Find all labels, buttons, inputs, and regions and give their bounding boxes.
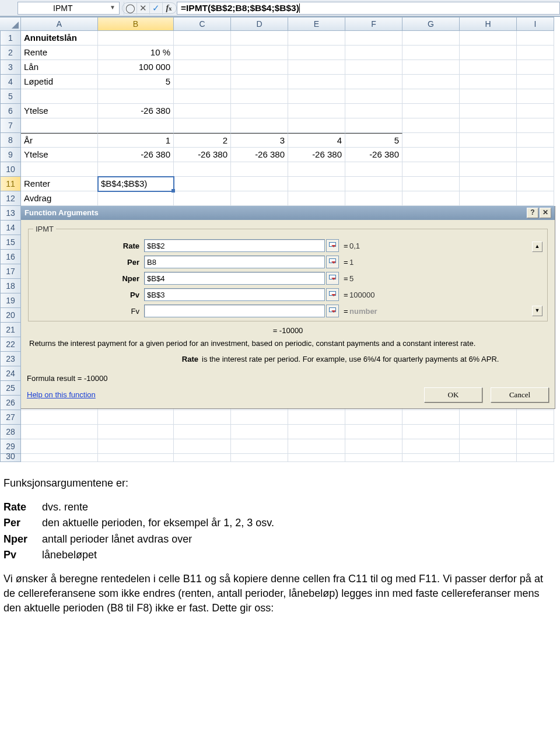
cell[interactable]: [345, 162, 402, 177]
col-header-c[interactable]: C: [174, 17, 231, 31]
row-header[interactable]: 8: [0, 133, 21, 148]
cell-a6[interactable]: Ytelse: [21, 104, 98, 118]
row-header[interactable]: 10: [0, 162, 21, 177]
cell[interactable]: [460, 104, 517, 118]
row-header[interactable]: 23: [0, 352, 21, 366]
cell[interactable]: [98, 31, 174, 46]
cell-b4[interactable]: 5: [98, 75, 174, 89]
cell[interactable]: [517, 148, 554, 162]
cell[interactable]: [231, 60, 288, 75]
row-header[interactable]: 17: [0, 264, 21, 279]
cell[interactable]: [231, 46, 288, 60]
scroll-down-icon[interactable]: ▼: [532, 306, 542, 316]
col-header-f[interactable]: F: [345, 17, 402, 31]
cell[interactable]: [98, 89, 174, 104]
row-header[interactable]: 1: [0, 31, 21, 46]
col-header-d[interactable]: D: [231, 17, 288, 31]
cell[interactable]: [231, 162, 288, 177]
cell[interactable]: [174, 118, 231, 133]
cell-a11[interactable]: Renter: [21, 177, 98, 191]
cell[interactable]: [517, 162, 554, 177]
cell[interactable]: [231, 75, 288, 89]
cell[interactable]: [517, 133, 554, 148]
circle-icon[interactable]: ◯: [124, 2, 136, 15]
cell[interactable]: [288, 60, 345, 75]
cell-b8[interactable]: 1: [98, 133, 174, 148]
cell[interactable]: [460, 60, 517, 75]
cell[interactable]: [21, 162, 98, 177]
collapse-icon[interactable]: [326, 272, 339, 285]
cell[interactable]: [98, 191, 174, 206]
cell[interactable]: [460, 133, 517, 148]
cell[interactable]: [517, 104, 554, 118]
row-header[interactable]: 30: [0, 454, 21, 462]
cell[interactable]: [345, 104, 402, 118]
scroll-up-icon[interactable]: ▲: [532, 242, 542, 252]
cell[interactable]: [98, 162, 174, 177]
cell-c8[interactable]: 2: [174, 133, 231, 148]
arg-input-pv[interactable]: $B$3: [144, 288, 325, 301]
row-header[interactable]: 13: [0, 206, 21, 221]
help-button[interactable]: ?: [527, 208, 538, 218]
cell-e9[interactable]: -26 380: [288, 148, 345, 162]
row-header[interactable]: 5: [0, 89, 21, 104]
row-header[interactable]: 15: [0, 235, 21, 250]
cell[interactable]: [402, 60, 460, 75]
cell[interactable]: [402, 148, 460, 162]
cell[interactable]: [345, 60, 402, 75]
cell[interactable]: [231, 177, 288, 191]
cell[interactable]: [174, 60, 231, 75]
cell[interactable]: [288, 104, 345, 118]
cell[interactable]: [402, 133, 460, 148]
col-header-g[interactable]: G: [402, 17, 460, 31]
cell[interactable]: [517, 177, 554, 191]
row-header[interactable]: 16: [0, 250, 21, 264]
cell[interactable]: [402, 46, 460, 60]
col-header-h[interactable]: H: [460, 17, 517, 31]
dropdown-icon[interactable]: ▼: [110, 4, 118, 12]
cell[interactable]: [517, 89, 554, 104]
cell[interactable]: [460, 31, 517, 46]
cell-b6[interactable]: -26 380: [98, 104, 174, 118]
cell-a8[interactable]: År: [21, 133, 98, 148]
row-header[interactable]: 25: [0, 381, 21, 396]
cell[interactable]: [402, 89, 460, 104]
row-header[interactable]: 21: [0, 323, 21, 337]
arg-input-per[interactable]: B8: [144, 256, 325, 268]
cell-b11-active[interactable]: $B$4;$B$3): [98, 177, 174, 191]
cell[interactable]: [288, 118, 345, 133]
cell[interactable]: [345, 191, 402, 206]
cell[interactable]: [460, 118, 517, 133]
cell[interactable]: [174, 89, 231, 104]
help-link[interactable]: Help on this function: [27, 390, 96, 399]
dialog-titlebar[interactable]: Function Arguments ? ✕: [21, 206, 555, 220]
cell[interactable]: [402, 162, 460, 177]
cell[interactable]: [21, 118, 98, 133]
row-header[interactable]: 22: [0, 337, 21, 352]
cell-a1[interactable]: Annuitetslån: [21, 31, 98, 46]
cell[interactable]: [288, 89, 345, 104]
collapse-icon[interactable]: [326, 256, 339, 268]
cell[interactable]: [288, 162, 345, 177]
arg-input-fv[interactable]: [144, 305, 325, 317]
cell[interactable]: [460, 46, 517, 60]
cell-a3[interactable]: Lån: [21, 60, 98, 75]
cell[interactable]: [345, 89, 402, 104]
row-header[interactable]: 19: [0, 293, 21, 308]
cell[interactable]: [174, 191, 231, 206]
row-header[interactable]: 3: [0, 60, 21, 75]
cancel-x-icon[interactable]: ✕: [136, 2, 149, 15]
cell[interactable]: [402, 191, 460, 206]
cell[interactable]: [231, 31, 288, 46]
collapse-icon[interactable]: [326, 305, 339, 317]
cell[interactable]: [345, 46, 402, 60]
args-scrollbar[interactable]: ▲ ▼: [532, 242, 542, 316]
name-box[interactable]: IPMT ▼: [18, 2, 120, 15]
cell-b2[interactable]: 10 %: [98, 46, 174, 60]
row-header[interactable]: 18: [0, 279, 21, 293]
cell[interactable]: [517, 31, 554, 46]
cell[interactable]: [231, 191, 288, 206]
cell[interactable]: [231, 118, 288, 133]
cell[interactable]: [288, 191, 345, 206]
cell-a9[interactable]: Ytelse: [21, 148, 98, 162]
